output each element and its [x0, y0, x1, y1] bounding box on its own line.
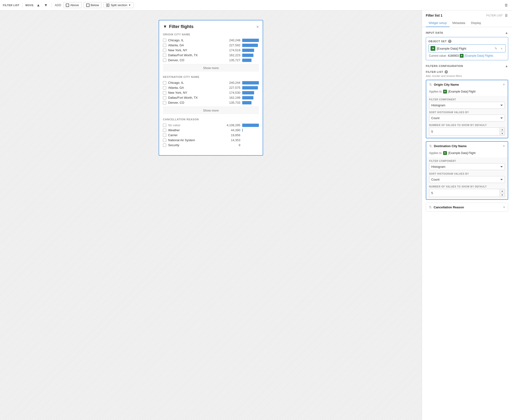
split-chevron-icon: ▼ — [129, 4, 131, 6]
dest-card-close-button[interactable]: × — [503, 144, 505, 148]
cancellation-drag-handle[interactable]: ⇅ — [429, 205, 432, 209]
destination-city-section: DESTINATION CITY NAME Chicago, IL 240,24… — [163, 75, 259, 114]
origin-stepper-up-button[interactable]: ▲ — [500, 128, 505, 131]
tab-widget-setup[interactable]: Widget setup — [426, 19, 450, 27]
table-row: Dallas/Fort Worth, TX 162,223 — [163, 53, 259, 58]
dest-drag-handle[interactable]: ⇅ — [429, 144, 432, 148]
cancellation-card-close-button[interactable]: × — [503, 205, 505, 209]
carrier-bar-container — [242, 134, 259, 137]
tab-display[interactable]: Display — [468, 19, 484, 27]
table-row: Dallas/Fort Worth, TX 162,199 — [163, 95, 259, 100]
svg-rect-0 — [106, 4, 107, 7]
dest-filter-component-select[interactable]: Histogram — [429, 163, 505, 170]
object-set-help-icon[interactable]: ? — [448, 40, 451, 43]
filter-widget-header: ▼ Filter flights × — [163, 24, 259, 29]
newyork-ny-dest-count: 174,530 — [227, 91, 240, 94]
dallas-dest-checkbox[interactable] — [163, 96, 166, 99]
atlanta-ga-dest-checkbox[interactable] — [163, 86, 166, 90]
cancellation-section: CANCELLATION REASON No value 4,108,295 W… — [163, 118, 259, 148]
svg-rect-1 — [108, 4, 109, 7]
origin-sort-label: SORT HISTOGRAM VALUES BY — [429, 111, 505, 114]
dest-sort-select[interactable]: Count — [429, 176, 505, 183]
move-down-button[interactable]: ▼ — [43, 3, 49, 8]
panel-delete-button[interactable]: 🗑 — [505, 13, 508, 17]
above-button[interactable]: Above — [63, 2, 82, 8]
dallas-dest-bar — [242, 96, 253, 99]
split-section-button[interactable]: Split section ▼ — [104, 2, 133, 8]
chicago-il-origin-checkbox[interactable] — [163, 39, 166, 42]
chicago-il-origin-name: Chicago, IL — [168, 38, 225, 42]
chicago-il-dest-name: Chicago, IL — [168, 81, 225, 84]
table-row: Chicago, IL 240,244 — [163, 80, 259, 85]
weather-bar — [242, 129, 243, 132]
newyork-ny-origin-bar-container — [242, 49, 259, 52]
panel-tabs: Widget setup Metadata Display — [422, 19, 512, 27]
filters-config-title: FILTERS CONFIGURATION — [426, 65, 463, 68]
dest-card-name: Destination City Name — [434, 144, 501, 148]
origin-drag-handle[interactable]: ⇅ — [429, 82, 432, 86]
filter-list-config-label: FILTER LIST ? — [426, 70, 508, 74]
dest-show-more-button[interactable]: Show more — [163, 106, 259, 114]
origin-filter-component-select[interactable]: Histogram — [429, 102, 505, 109]
national-air-checkbox[interactable] — [163, 139, 166, 142]
security-checkbox[interactable] — [163, 143, 166, 147]
origin-filter-component-label: FILTER COMPONENT — [429, 98, 505, 101]
national-air-bar-container — [242, 139, 259, 142]
filter-widget: ▼ Filter flights × ORIGIN CITY NAME Chic… — [159, 20, 263, 156]
filters-config-collapse-button[interactable]: ▲ — [505, 64, 508, 68]
dest-applies-to-row: Applies to ✈ [Example Data] Flight — [426, 150, 508, 157]
weather-checkbox[interactable] — [163, 129, 166, 132]
weather-count: 44,390 — [227, 128, 240, 132]
atlanta-ga-dest-name: Atlanta, GA — [168, 86, 225, 90]
table-row: Denver, CO 135,727 — [163, 58, 259, 63]
input-data-collapse-button[interactable]: ▲ — [505, 31, 508, 35]
newyork-ny-dest-checkbox[interactable] — [163, 91, 166, 94]
chicago-il-dest-bar-container — [242, 81, 259, 84]
table-row: New York, NY 174,530 — [163, 90, 259, 95]
move-up-button[interactable]: ▲ — [35, 3, 41, 8]
dallas-origin-checkbox[interactable] — [163, 54, 166, 57]
carrier-checkbox[interactable] — [163, 134, 166, 137]
origin-card-body: FILTER COMPONENT Histogram SORT HISTOGRA… — [426, 96, 508, 138]
national-air-count: 14,353 — [227, 138, 240, 142]
below-button[interactable]: Below — [84, 2, 102, 8]
dest-num-values-input[interactable] — [429, 189, 500, 197]
object-edit-button[interactable]: ✎ — [494, 46, 498, 51]
tab-metadata[interactable]: Metadata — [450, 19, 468, 27]
origin-num-values-input[interactable] — [429, 128, 500, 135]
newyork-ny-origin-checkbox[interactable] — [163, 49, 166, 52]
object-remove-button[interactable]: × — [500, 46, 504, 51]
denver-dest-checkbox[interactable] — [163, 101, 166, 105]
origin-sort-select[interactable]: Count — [429, 115, 505, 121]
atlanta-ga-origin-checkbox[interactable] — [163, 44, 166, 47]
origin-stepper-down-button[interactable]: ▼ — [500, 131, 505, 135]
security-count: 9 — [227, 143, 240, 147]
chicago-il-dest-checkbox[interactable] — [163, 81, 166, 84]
current-value-icon: ✈ — [460, 54, 464, 58]
no-value-checkbox[interactable] — [163, 124, 166, 127]
filter-widget-close-button[interactable]: × — [256, 25, 259, 29]
origin-card-close-button[interactable]: × — [503, 82, 505, 86]
denver-origin-checkbox[interactable] — [163, 59, 166, 62]
table-row: New York, NY 174,519 — [163, 48, 259, 53]
chicago-il-origin-count: 240,248 — [227, 38, 240, 42]
atlanta-ga-dest-bar-container — [242, 86, 259, 90]
dest-stepper-down-button[interactable]: ▼ — [500, 193, 505, 197]
dallas-dest-bar-container — [242, 96, 259, 99]
split-icon — [106, 4, 109, 7]
denver-origin-name: Denver, CO — [168, 58, 225, 62]
denver-dest-bar-container — [242, 101, 259, 105]
dest-num-values-label: NUMBER OF VALUES TO SHOW BY DEFAULT — [429, 185, 505, 188]
denver-origin-count: 135,727 — [227, 58, 240, 62]
filter-list-help-icon[interactable]: ? — [444, 70, 448, 74]
dest-card-header: ⇅ Destination City Name × — [426, 142, 508, 150]
atlanta-ga-origin-bar-container — [242, 44, 259, 47]
origin-show-more-button[interactable]: Show more — [163, 64, 259, 72]
origin-city-filter-card: ⇅ Origin City Name × Applies to ✈ [Examp… — [426, 80, 508, 138]
dest-stepper-up-button[interactable]: ▲ — [500, 189, 505, 193]
dallas-dest-name: Dallas/Fort Worth, TX — [168, 96, 225, 99]
origin-num-values-label: NUMBER OF VALUES TO SHOW BY DEFAULT — [429, 124, 505, 127]
delete-button[interactable]: 🗑 — [504, 2, 509, 8]
dest-card-body: FILTER COMPONENT Histogram SORT HISTOGRA… — [426, 157, 508, 199]
table-row: Weather 44,390 — [163, 128, 259, 133]
